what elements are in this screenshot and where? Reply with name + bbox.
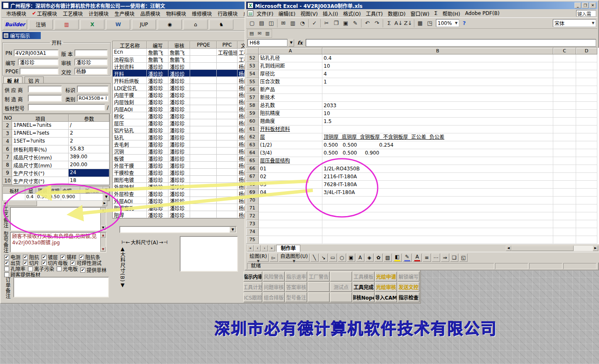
select-all-corner[interactable] xyxy=(246,48,259,54)
cell-C65[interactable] xyxy=(553,157,576,165)
cell-C70[interactable] xyxy=(553,197,576,204)
cell-B64[interactable]: 0.500 0.500 0.900 xyxy=(322,149,553,157)
grid-button[interactable]: 测试点 xyxy=(330,282,352,292)
arrow-style-icon[interactable]: ⇒ xyxy=(441,253,449,262)
erp-menu-item[interactable]: 维修模块 xyxy=(189,9,215,18)
diagram-icon[interactable]: ◈ xyxy=(365,253,374,262)
cell-D68[interactable] xyxy=(576,181,597,189)
cell-A61[interactable]: 开料板材资料 xyxy=(259,125,322,133)
category-input[interactable] xyxy=(77,95,109,102)
cell-B53[interactable]: 10 xyxy=(322,62,553,70)
grid-button[interactable]: 型号备注 xyxy=(285,292,307,303)
chart-wizard-icon[interactable]: ▦ xyxy=(416,19,425,28)
cell-B65[interactable] xyxy=(322,157,553,165)
process-note-scrollbar[interactable]: ▲ ▼ xyxy=(100,208,106,230)
shadow-style-icon[interactable]: ❏ xyxy=(450,253,458,262)
excel-menu-item[interactable]: 格式(O) xyxy=(341,9,364,18)
wordart-icon[interactable]: A xyxy=(356,253,364,262)
row-header-63[interactable]: 63 xyxy=(246,141,259,149)
tab-aluminum-sheet[interactable]: 铝 片 xyxy=(25,76,44,83)
process-row[interactable]: 去毛刺潘珍珍潘珍珍杨静 xyxy=(113,140,254,148)
params-row[interactable]: 8成品尺寸宽(mm)200.00 xyxy=(3,161,109,169)
mail-icon[interactable]: ✉ xyxy=(279,19,288,28)
process-row[interactable]: 外层干膜潘珍珍潘珍珍杨静 xyxy=(113,162,254,169)
grid-button[interactable]: 风险警告 xyxy=(262,271,285,282)
scroll-down-icon[interactable]: ▼ xyxy=(101,247,106,252)
row-header-68[interactable]: 68 xyxy=(246,181,259,189)
row-header-74[interactable]: 74 xyxy=(246,228,259,236)
row-header-75[interactable]: 75 xyxy=(246,236,259,244)
checkbox-box[interactable] xyxy=(28,266,33,271)
board-value-cell[interactable]: 0.4 xyxy=(25,194,36,201)
row-header-65[interactable]: 65 xyxy=(246,157,259,165)
cell-C74[interactable] xyxy=(553,228,576,236)
cell-D66[interactable] xyxy=(576,165,597,173)
process-row[interactable]: 外层蚀刻潘珍珍潘珍珍杨静 xyxy=(113,183,254,190)
cell-B59[interactable]: 10 xyxy=(322,110,553,118)
cell-C66[interactable] xyxy=(553,165,576,173)
chevron-down-icon[interactable]: ▼ xyxy=(230,227,236,232)
cell-C68[interactable] xyxy=(553,181,576,189)
row-header-71[interactable]: 71 xyxy=(246,204,259,212)
cell-D59[interactable] xyxy=(576,110,597,118)
cell-B70[interactable] xyxy=(322,197,553,204)
cell-D58[interactable] xyxy=(576,102,597,110)
line-style-icon[interactable]: ≡ xyxy=(423,253,431,262)
row-header-56[interactable]: 56 xyxy=(246,86,259,94)
grid-button[interactable]: 光绘审核 xyxy=(375,282,397,292)
home-icon[interactable]: ⌂ xyxy=(183,20,208,30)
picture-icon[interactable]: ▧ xyxy=(384,253,392,262)
cell-B56[interactable] xyxy=(322,86,553,94)
cell-A58[interactable]: 总孔数 xyxy=(259,102,322,110)
cell-B68[interactable]: 7628-IT-180A xyxy=(322,181,553,189)
spelling-icon[interactable]: ✓ xyxy=(310,19,319,28)
cell-A56[interactable]: 新产品 xyxy=(259,86,322,94)
cell-A57[interactable]: 新技术 xyxy=(259,94,322,102)
save-icon[interactable]: ◫ xyxy=(267,19,276,28)
name-box[interactable]: H68 xyxy=(248,39,287,47)
sheet-tab[interactable]: 制作单 xyxy=(276,245,300,252)
params-cell[interactable]: / xyxy=(69,122,109,130)
params-cell[interactable]: 生产尺寸宽(") xyxy=(12,177,69,185)
grid-button[interactable]: 审核Nope xyxy=(352,292,375,303)
row-header-70[interactable]: 70 xyxy=(246,197,259,204)
cell-C55[interactable] xyxy=(553,78,576,86)
row-header-55[interactable]: 55 xyxy=(246,78,259,86)
pdf-toolbar-1-icon[interactable]: ▤ xyxy=(248,30,255,37)
erp-menu-item[interactable]: ✔工程模块 xyxy=(29,9,60,18)
process-row[interactable]: 流程指示詹鹏飞詹鹏飞工程值班 xyxy=(113,56,254,63)
ppqe-input[interactable] xyxy=(20,68,59,75)
row-header-73[interactable]: 73 xyxy=(246,220,259,228)
formula-input[interactable] xyxy=(306,39,596,47)
checkbox-box[interactable]: ✔ xyxy=(80,268,85,273)
grid-button[interactable]: ICS跟踪 xyxy=(243,292,262,303)
cell-B67[interactable]: 2116-IT-180A xyxy=(322,173,553,181)
board-value-cell[interactable]: 0.50 xyxy=(49,194,61,201)
process-row[interactable]: 图形电镀潘珍珍潘珍珍杨静 xyxy=(113,176,254,183)
grid-button[interactable]: 答案审核 xyxy=(285,282,307,292)
board-model-input[interactable] xyxy=(28,104,105,111)
checkbox-item[interactable]: 光电板 xyxy=(57,265,78,272)
cell-B66[interactable]: 1/2L-RO4350B xyxy=(322,165,553,173)
checkbox-box[interactable]: ✔ xyxy=(23,261,28,266)
cell-C73[interactable] xyxy=(553,220,576,228)
cell-C57[interactable] xyxy=(553,94,576,102)
cell-C67[interactable] xyxy=(553,173,576,181)
checkbox-box[interactable]: ✔ xyxy=(70,261,75,266)
row-header-57[interactable]: 57 xyxy=(246,94,259,102)
checkbox-box[interactable] xyxy=(4,266,9,271)
process-row[interactable]: 外层AOI潘珍珍潘珍珍杨静 xyxy=(113,197,254,204)
cell-C54[interactable] xyxy=(553,70,576,78)
process-combo[interactable]: ▼ xyxy=(119,226,237,233)
print-preview-icon[interactable]: ◔ xyxy=(298,19,307,28)
sort-descending-icon[interactable]: Z↓ xyxy=(403,19,413,28)
checkbox-box[interactable]: ✔ xyxy=(42,255,47,260)
minimize-icon[interactable]: _ xyxy=(574,2,581,8)
cell-A54[interactable]: 厚径比 xyxy=(259,70,322,78)
next-sheet-icon[interactable]: › xyxy=(261,245,268,251)
cell-D69[interactable] xyxy=(576,189,597,197)
cell-D62[interactable] xyxy=(576,133,597,141)
erp-menu-item[interactable]: 行政模块 xyxy=(215,9,240,18)
params-row[interactable]: 7成品尺寸长(mm)389.00 xyxy=(3,153,109,161)
writer-input[interactable] xyxy=(18,59,59,66)
